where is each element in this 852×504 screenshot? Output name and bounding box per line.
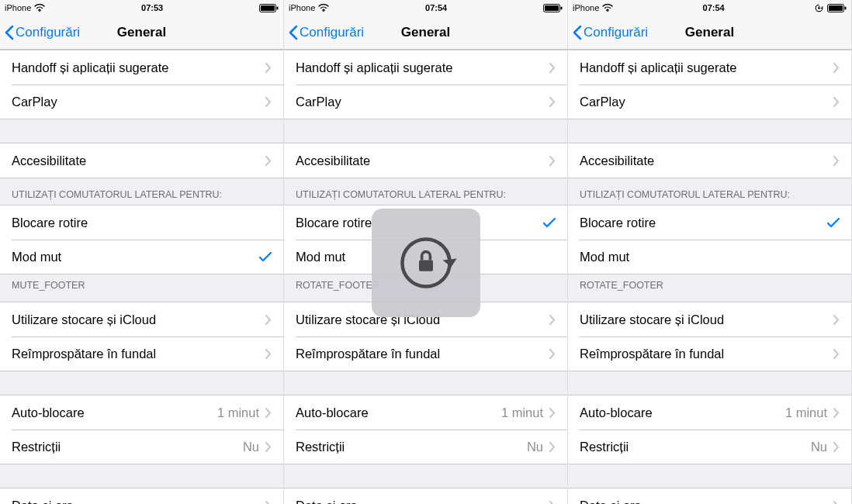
- storage-row[interactable]: Utilizare stocare și iCloud: [568, 302, 851, 337]
- chevron-right-icon: [265, 442, 272, 452]
- auto-lock-row[interactable]: Auto-blocare 1 minut: [568, 395, 851, 430]
- restrictions-row[interactable]: Restricții Nu: [568, 430, 851, 464]
- mute-label: Mod mut: [12, 250, 259, 264]
- chevron-right-icon: [549, 442, 556, 452]
- bg-refresh-row[interactable]: Reîmprospătare în fundal: [568, 337, 851, 371]
- bg-refresh-row[interactable]: Reîmprospătare în fundal: [284, 337, 567, 371]
- restrictions-row[interactable]: Restricții Nu: [0, 430, 283, 464]
- chevron-right-icon: [549, 63, 556, 73]
- chevron-right-icon: [833, 442, 840, 452]
- rotation-lock-status-icon: [814, 3, 824, 13]
- carplay-row[interactable]: CarPlay: [568, 85, 851, 119]
- handoff-row[interactable]: Handoff și aplicații sugerate: [284, 50, 567, 85]
- svg-rect-5: [561, 6, 563, 9]
- restrictions-value: Nu: [811, 440, 827, 454]
- accessibility-label: Accesibilitate: [12, 154, 265, 168]
- settings-list[interactable]: Handoff și aplicații sugerate CarPlay Ac…: [0, 50, 283, 504]
- chevron-right-icon: [549, 156, 556, 166]
- chevron-right-icon: [833, 349, 840, 359]
- battery-icon: [259, 4, 279, 12]
- nav-bar: Configurări General: [284, 16, 567, 50]
- mute-row[interactable]: Mod mut: [284, 240, 567, 274]
- date-time-row[interactable]: Data și ora: [284, 488, 567, 504]
- bg-refresh-label: Reîmprospătare în fundal: [12, 347, 265, 361]
- chevron-right-icon: [265, 349, 272, 359]
- handoff-row[interactable]: Handoff și aplicații sugerate: [0, 50, 283, 85]
- lock-rotation-label: Blocare rotire: [580, 216, 827, 230]
- bg-refresh-label: Reîmprospătare în fundal: [296, 347, 549, 361]
- mute-row[interactable]: Mod mut: [0, 240, 283, 274]
- settings-list[interactable]: Handoff și aplicații sugerate CarPlay Ac…: [568, 50, 851, 504]
- storage-row[interactable]: Utilizare stocare și iCloud: [0, 302, 283, 337]
- auto-lock-value: 1 minut: [217, 406, 259, 420]
- restrictions-label: Restricții: [580, 440, 811, 454]
- chevron-right-icon: [265, 63, 272, 73]
- accessibility-row[interactable]: Accesibilitate: [568, 143, 851, 178]
- lock-rotation-row[interactable]: Blocare rotire: [568, 205, 851, 240]
- carplay-label: CarPlay: [296, 95, 549, 109]
- lock-rotation-row[interactable]: Blocare rotire: [284, 205, 567, 240]
- clock: 07:54: [425, 3, 447, 12]
- chevron-right-icon: [265, 156, 272, 166]
- svg-rect-4: [545, 5, 559, 11]
- carrier-label: iPhone: [289, 3, 315, 12]
- side-switch-footer: MUTE_FOOTER: [0, 274, 283, 302]
- auto-lock-label: Auto-blocare: [296, 406, 501, 420]
- clock: 07:54: [703, 3, 725, 12]
- back-button[interactable]: Configurări: [568, 25, 648, 40]
- restrictions-row[interactable]: Restricții Nu: [284, 430, 567, 464]
- carplay-label: CarPlay: [12, 95, 265, 109]
- chevron-right-icon: [549, 97, 556, 107]
- clock: 07:53: [141, 3, 163, 12]
- status-bar: iPhone 07:53: [0, 0, 283, 16]
- accessibility-label: Accesibilitate: [296, 154, 549, 168]
- back-button[interactable]: Configurări: [0, 25, 80, 40]
- chevron-right-icon: [833, 97, 840, 107]
- chevron-right-icon: [549, 315, 556, 325]
- lock-rotation-label: Blocare rotire: [12, 216, 272, 230]
- handoff-row[interactable]: Handoff și aplicații sugerate: [568, 50, 851, 85]
- accessibility-row[interactable]: Accesibilitate: [0, 143, 283, 178]
- restrictions-label: Restricții: [12, 440, 243, 454]
- storage-label: Utilizare stocare și iCloud: [12, 312, 265, 327]
- mute-row[interactable]: Mod mut: [568, 240, 851, 274]
- nav-bar: Configurări General: [0, 16, 283, 50]
- chevron-right-icon: [833, 63, 840, 73]
- auto-lock-row[interactable]: Auto-blocare 1 minut: [284, 395, 567, 430]
- accessibility-label: Accesibilitate: [580, 154, 833, 168]
- carrier-label: iPhone: [5, 3, 31, 12]
- chevron-right-icon: [549, 501, 556, 505]
- lock-rotation-row[interactable]: Blocare rotire: [0, 205, 283, 240]
- accessibility-row[interactable]: Accesibilitate: [284, 143, 567, 178]
- storage-label: Utilizare stocare și iCloud: [296, 312, 549, 327]
- auto-lock-row[interactable]: Auto-blocare 1 minut: [0, 395, 283, 430]
- auto-lock-value: 1 minut: [501, 406, 543, 420]
- side-switch-header: UTILIZAȚI COMUTATORUL LATERAL PENTRU:: [568, 178, 851, 205]
- carplay-row[interactable]: CarPlay: [284, 85, 567, 119]
- chevron-right-icon: [549, 408, 556, 418]
- bg-refresh-label: Reîmprospătare în fundal: [580, 347, 833, 361]
- date-time-row[interactable]: Data și ora: [0, 488, 283, 504]
- battery-icon: [827, 4, 847, 12]
- back-label: Configurări: [584, 25, 648, 40]
- carplay-label: CarPlay: [580, 95, 833, 109]
- restrictions-label: Restricții: [296, 440, 527, 454]
- check-icon: [827, 218, 840, 228]
- side-switch-footer: ROTATE_FOOTER: [284, 274, 567, 302]
- lock-rotation-label: Blocare rotire: [296, 216, 543, 230]
- carplay-row[interactable]: CarPlay: [0, 85, 283, 119]
- back-label: Configurări: [16, 25, 80, 40]
- svg-rect-2: [277, 6, 279, 9]
- side-switch-footer: ROTATE_FOOTER: [568, 274, 851, 302]
- storage-row[interactable]: Utilizare stocare și iCloud: [284, 302, 567, 337]
- settings-list[interactable]: Handoff și aplicații sugerate CarPlay Ac…: [284, 50, 567, 504]
- date-time-row[interactable]: Data și ora: [568, 488, 851, 504]
- chevron-right-icon: [265, 97, 272, 107]
- storage-label: Utilizare stocare și iCloud: [580, 312, 833, 327]
- chevron-right-icon: [265, 501, 272, 505]
- back-button[interactable]: Configurări: [284, 25, 364, 40]
- chevron-right-icon: [833, 156, 840, 166]
- wifi-icon: [34, 4, 45, 12]
- bg-refresh-row[interactable]: Reîmprospătare în fundal: [0, 337, 283, 371]
- wifi-icon: [602, 4, 613, 12]
